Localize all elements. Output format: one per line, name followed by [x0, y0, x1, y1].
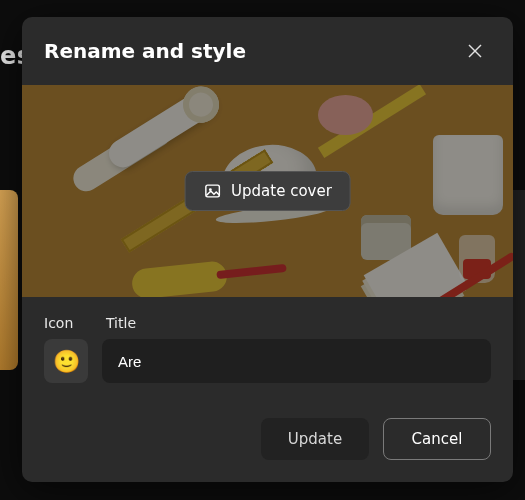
close-icon [467, 43, 483, 59]
rename-style-dialog: Rename and style Update cover Icon [22, 17, 513, 482]
close-button[interactable] [459, 35, 491, 67]
dialog-title: Rename and style [44, 39, 246, 63]
icon-field-label: Icon [44, 315, 88, 331]
image-icon [203, 182, 221, 200]
icon-picker-button[interactable]: 🙂 [44, 339, 88, 383]
dialog-footer: Update Cancel [22, 396, 513, 482]
update-cover-button[interactable]: Update cover [184, 171, 351, 211]
background-card-left [0, 190, 18, 370]
cover-image: Update cover [22, 85, 513, 297]
title-field-label: Title [106, 315, 491, 331]
title-input[interactable] [102, 339, 491, 383]
dialog-header: Rename and style [22, 17, 513, 85]
form-area: Icon Title 🙂 [22, 297, 513, 383]
icon-emoji: 🙂 [53, 349, 80, 374]
update-button[interactable]: Update [261, 418, 369, 460]
svg-rect-2 [205, 185, 219, 197]
cancel-button[interactable]: Cancel [383, 418, 491, 460]
update-cover-label: Update cover [231, 182, 332, 200]
